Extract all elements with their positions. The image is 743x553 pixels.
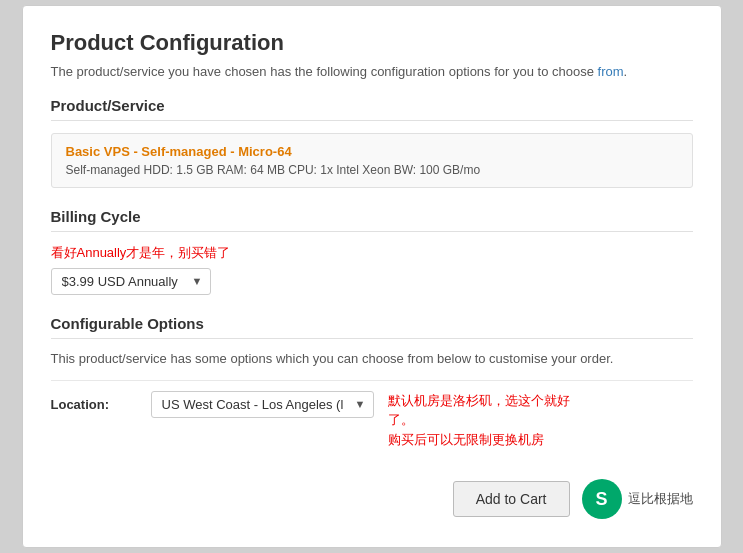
billing-cycle-select[interactable]: $3.99 USD Annually [51, 268, 211, 295]
logo-badge: S 逗比根据地 [582, 479, 693, 519]
location-row: Location: US West Coast - Los Angeles (l… [51, 380, 693, 460]
product-configuration-card: Product Configuration The product/servic… [22, 5, 722, 549]
billing-annotation: 看好Annually才是年，别买错了 [51, 244, 693, 262]
logo-circle: S [582, 479, 622, 519]
location-annotation: 默认机房是洛杉矶，选这个就好了。购买后可以无限制更换机房 [388, 391, 588, 450]
billing-select-wrapper: $3.99 USD Annually ▼ [51, 268, 211, 295]
billing-section: Billing Cycle 看好Annually才是年，别买错了 $3.99 U… [51, 208, 693, 295]
intro-link[interactable]: from [598, 64, 624, 79]
product-box: Basic VPS - Self-managed - Micro-64 Self… [51, 133, 693, 188]
configurable-section: Configurable Options This product/servic… [51, 315, 693, 460]
logo-symbol: S [595, 489, 607, 510]
add-to-cart-button[interactable]: Add to Cart [453, 481, 570, 517]
bottom-row: Add to Cart S 逗比根据地 [51, 479, 693, 519]
location-label: Location: [51, 391, 151, 412]
logo-text: 逗比根据地 [628, 491, 693, 508]
billing-section-header: Billing Cycle [51, 208, 693, 232]
intro-text: The product/service you have chosen has … [51, 64, 693, 79]
product-spec: Self-managed HDD: 1.5 GB RAM: 64 MB CPU:… [66, 163, 678, 177]
location-select[interactable]: US West Coast - Los Angeles (l [151, 391, 374, 418]
location-select-wrap: US West Coast - Los Angeles (l ▼ 默认机房是洛杉… [151, 391, 588, 450]
configurable-section-header: Configurable Options [51, 315, 693, 339]
page-title: Product Configuration [51, 30, 693, 56]
configurable-desc: This product/service has some options wh… [51, 351, 693, 366]
product-section-header: Product/Service [51, 97, 693, 121]
location-select-wrapper: US West Coast - Los Angeles (l ▼ [151, 391, 374, 418]
product-name: Basic VPS - Self-managed - Micro-64 [66, 144, 678, 159]
